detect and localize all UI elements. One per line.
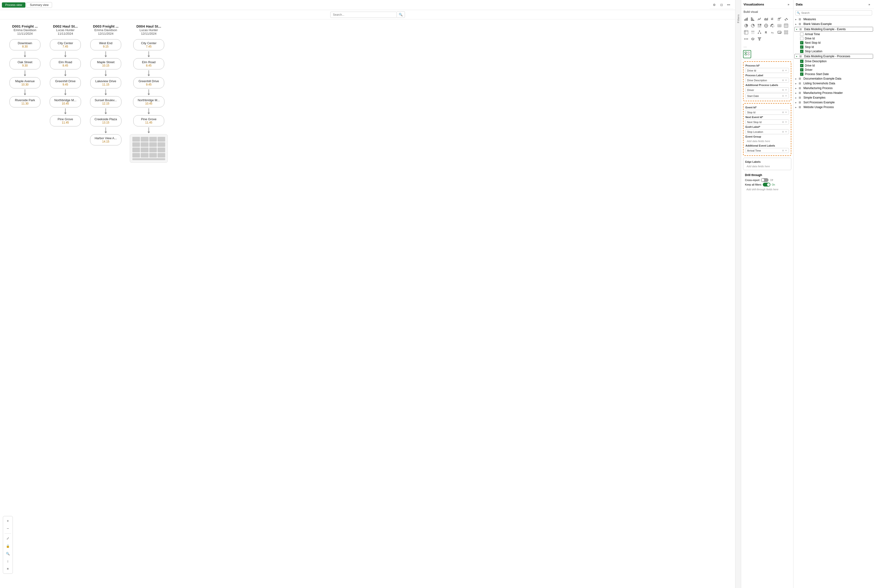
tree-child-2-3[interactable]: ✓ Stop Id [793, 45, 874, 49]
driver-chevron[interactable]: ∨ [782, 88, 784, 92]
filter-icon[interactable]: ⚙ [712, 2, 717, 8]
search-input[interactable] [330, 12, 397, 18]
stop-node-0-1[interactable]: Oak Street 9.30 [9, 58, 41, 69]
event-group-add[interactable]: Add data fields here [745, 139, 789, 143]
stop-node-1-1[interactable]: Elm Road 8.45 [50, 58, 81, 69]
tree-check-3-3[interactable]: ✓ [800, 72, 803, 76]
zoom-in-button[interactable]: + [5, 518, 11, 524]
tree-group-9[interactable]: ▸ ⊞ Sort Processes Example [793, 100, 874, 105]
tree-child-3-3[interactable]: ✓ Process Start Date [793, 72, 874, 76]
tree-child-2-1[interactable]: Drive Id [793, 36, 874, 40]
viz-icon-gauge[interactable] [770, 22, 776, 29]
viz-icon-matrix[interactable] [743, 29, 749, 35]
stop-node-0-3[interactable]: Riverside Park 11.30 [9, 96, 41, 107]
tree-check-2-2[interactable]: ✓ [800, 41, 803, 44]
tree-group-10[interactable]: ▸ ⊞ Website Usage Process [793, 105, 874, 110]
start-date-chevron[interactable]: ∨ [782, 94, 784, 98]
expand-icon[interactable]: ⊡ [719, 2, 724, 8]
stop-node-2-1[interactable]: Maple Street 10.15 [90, 58, 121, 69]
next-stop-remove[interactable]: × [785, 120, 787, 123]
viz-icon-slicer[interactable] [750, 29, 756, 35]
tree-child-3-0[interactable]: ✓ Drive Description [793, 59, 874, 63]
stop-node-1-2[interactable]: Greenhill Drive 9.45 [50, 77, 81, 88]
data-expand-icon[interactable]: » [867, 2, 872, 7]
viz-icon-python[interactable]: Py [770, 29, 776, 35]
stop-node-3-3[interactable]: Northbridge M... 10.45 [133, 96, 164, 107]
stop-node-3-1[interactable]: Elm Road 8.45 [133, 58, 164, 69]
viz-icon-power[interactable] [750, 36, 756, 42]
data-search-input[interactable] [795, 10, 872, 15]
viz-icon-scatter[interactable] [783, 16, 789, 22]
cross-report-switch[interactable] [761, 178, 769, 182]
tree-check-2-3[interactable]: ✓ [800, 45, 803, 49]
stop-node-3-4[interactable]: Pine Grove 11.45 [133, 115, 164, 126]
stop-node-2-2[interactable]: Lakeview Drive 11.15 [90, 77, 121, 88]
arrival-time-chevron[interactable]: ∨ [782, 149, 784, 152]
viz-icon-decomp[interactable] [756, 29, 763, 35]
stop-node-2-3[interactable]: Sunset Boulev... 12.15 [90, 96, 122, 107]
stop-node-3-0[interactable]: City Center 7.45 [133, 39, 164, 50]
tab-process-view[interactable]: Process view [2, 2, 26, 8]
stop-node-1-0[interactable]: City Center 7.45 [50, 39, 81, 50]
viz-icon-more1[interactable] [783, 29, 789, 35]
drive-desc-remove[interactable]: × [785, 79, 787, 82]
viz-icon-treemap[interactable] [756, 22, 763, 29]
tree-check-2-0[interactable] [800, 33, 803, 36]
search-ctrl-button[interactable]: 🔍 [5, 550, 11, 557]
fit-button[interactable]: ⤢ [5, 535, 11, 542]
viz-icon-donut[interactable] [750, 22, 756, 29]
tree-child-3-1[interactable]: ✓ Drive Id [793, 63, 874, 68]
viz-icon-map[interactable] [763, 22, 769, 29]
tree-check-3-1[interactable]: ✓ [800, 64, 803, 67]
edge-add[interactable]: Add data fields here [745, 164, 789, 168]
drive-desc-chevron[interactable]: ∨ [782, 79, 784, 82]
stop-location-remove[interactable]: × [785, 130, 787, 133]
viz-icon-r[interactable]: R [763, 29, 769, 35]
zoom-out-button[interactable]: − [5, 525, 11, 532]
tree-child-2-0[interactable]: Arrival Time [793, 32, 874, 36]
tree-child-2-4[interactable]: ✓ Stop Location [793, 49, 874, 54]
viz-icon-line[interactable] [756, 16, 763, 22]
viz-icon-bar[interactable] [743, 16, 749, 22]
tree-group-2[interactable]: ▾ ⊞ Data Modeling Example - Events [794, 27, 873, 32]
keep-filters-switch[interactable] [763, 183, 770, 186]
filters-label[interactable]: Filters [737, 14, 740, 23]
move-button[interactable]: ↕ [5, 558, 11, 564]
viz-process-special[interactable] [743, 50, 751, 58]
drill-add[interactable]: Add drill-through fields here [745, 187, 789, 192]
viz-icon-qa[interactable]: Q&A [776, 29, 782, 35]
stop-id-remove[interactable]: × [785, 111, 787, 114]
tree-group-7[interactable]: ▸ ⊞ Manufacturing Process Header [793, 90, 874, 95]
viz-expand-icon[interactable]: » [786, 2, 791, 7]
tree-check-3-0[interactable]: ✓ [800, 60, 803, 63]
viz-icon-combo[interactable] [776, 16, 782, 22]
next-stop-chevron[interactable]: ∨ [782, 120, 784, 123]
arrival-time-remove[interactable]: × [785, 149, 787, 152]
stop-id-chevron[interactable]: ∨ [782, 111, 784, 114]
driver-remove[interactable]: × [785, 88, 787, 92]
search-button[interactable]: 🔍 [397, 11, 405, 18]
lock-button[interactable]: 🔒 [5, 543, 11, 549]
tree-group-1[interactable]: ▸ ⊞ Blank Values Example [793, 22, 874, 26]
stop-node-1-4[interactable]: Pine Grove 11.45 [50, 115, 81, 126]
stop-node-2-0[interactable]: West End 9.15 [90, 39, 121, 50]
stop-node-0-0[interactable]: Downtown 8.30 [9, 39, 41, 50]
viz-icon-pie[interactable] [743, 22, 749, 29]
viz-icon-card[interactable]: 123 [776, 22, 782, 29]
drive-id-chevron[interactable]: ∨ [782, 69, 784, 72]
tree-group-4[interactable]: ▸ ⊞ Documentation Example Data [793, 76, 874, 81]
stop-node-2-4[interactable]: Creekside Plaza 13.15 [90, 115, 122, 126]
tree-check-2-4[interactable]: ✓ [800, 50, 803, 53]
stop-node-2-5[interactable]: Harbor View A... 14.15 [90, 134, 122, 146]
tree-check-3-2[interactable]: ✓ [800, 68, 803, 72]
stop-node-1-3[interactable]: Northbridge M... 10.45 [50, 96, 81, 107]
tree-group-5[interactable]: ▸ ⊞ Listing Screenshots Data [793, 81, 874, 86]
stop-location-chevron[interactable]: ∨ [782, 130, 784, 133]
tree-group-8[interactable]: ▸ ⊞ Simple Examples [793, 95, 874, 100]
tree-check-2-1[interactable] [800, 37, 803, 40]
drive-id-remove[interactable]: × [785, 69, 787, 72]
viz-icon-stacked[interactable] [770, 16, 776, 22]
viz-icon-filter2[interactable] [756, 36, 763, 42]
tree-group-6[interactable]: ▸ ⊞ Manufacturing Process [793, 86, 874, 90]
tab-summary-view[interactable]: Summary view [26, 2, 52, 8]
